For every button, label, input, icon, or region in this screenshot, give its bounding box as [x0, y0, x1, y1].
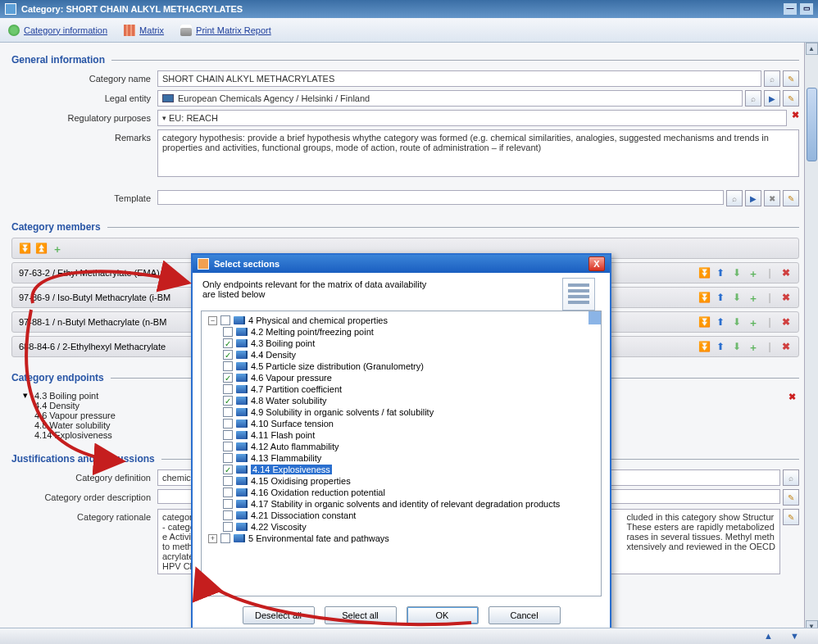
add-icon[interactable]: ＋ [748, 341, 759, 352]
category-name-edit-button[interactable] [783, 70, 799, 87]
expand-icon[interactable]: ⏬ [698, 292, 710, 303]
tree-item-checkbox[interactable] [223, 465, 233, 474]
template-input[interactable] [157, 190, 724, 205]
add-member-icon[interactable]: ＋ [52, 243, 63, 254]
endpoint-remove-icon[interactable]: ✖ [788, 392, 796, 402]
tree-item-checkbox[interactable] [223, 510, 233, 520]
chevron-down-icon[interactable]: ▾ [23, 390, 31, 401]
legal-entity-go-button[interactable] [764, 90, 780, 107]
expand-icon[interactable]: ⏬ [698, 316, 710, 328]
legal-entity-edit-button[interactable] [783, 90, 799, 107]
remarks-textarea[interactable]: category hypothesis: provide a brief hyp… [157, 129, 799, 177]
delete-icon[interactable]: ✖ [780, 316, 792, 328]
move-up-icon[interactable]: ⬆ [715, 341, 726, 352]
delete-icon[interactable]: ✖ [780, 267, 792, 279]
category-name-lookup-button[interactable] [764, 70, 780, 87]
cancel-button[interactable]: Cancel [489, 606, 561, 624]
move-up-icon[interactable]: ⬆ [715, 316, 726, 328]
dialog-titlebar[interactable]: Select sections X [193, 255, 610, 273]
tree-item-checkbox[interactable] [223, 384, 233, 394]
print-matrix-link[interactable]: Print Matrix Report [180, 25, 271, 36]
expand-icon[interactable]: ⏬ [698, 341, 710, 352]
add-icon[interactable]: ＋ [748, 267, 759, 279]
legal-entity-input[interactable]: European Chemicals Agency / Helsinki / F… [157, 90, 743, 107]
tree-item-checkbox[interactable] [223, 373, 233, 383]
move-up-icon[interactable]: ⬆ [715, 267, 726, 279]
maximize-button[interactable]: ▭ [800, 3, 813, 15]
collapse-all-icon[interactable]: ⏫ [35, 243, 47, 254]
tree-item-checkbox[interactable] [223, 396, 233, 406]
regulatory-remove-icon[interactable]: ✖ [792, 110, 799, 120]
category-definition-lookup-button[interactable] [783, 469, 799, 486]
sections-tree[interactable]: − 4 Physical and chemical properties 4.2… [201, 311, 602, 596]
tree-item-checkbox[interactable] [223, 419, 233, 429]
tree-item[interactable]: 4.11 Flash point [205, 429, 598, 441]
category-name-input[interactable]: SHORT CHAIN ALKYL METHACRYLATES [157, 70, 761, 87]
tree-item[interactable]: 4.2 Melting point/freezing point [205, 326, 598, 338]
legal-entity-lookup-button[interactable] [745, 90, 761, 107]
tree-item-checkbox[interactable] [223, 430, 233, 440]
tree-item-checkbox[interactable] [223, 522, 233, 532]
expand-icon[interactable]: + [208, 534, 217, 543]
minimize-button[interactable]: — [784, 3, 797, 15]
tree-item[interactable]: 4.22 Viscosity [205, 521, 598, 533]
deselect-all-button[interactable]: Deselect all [243, 606, 315, 624]
tree-item-checkbox[interactable] [223, 338, 233, 348]
tree-item[interactable]: 4.8 Water solubility [205, 395, 598, 406]
group-checkbox[interactable] [220, 533, 230, 543]
category-information-link[interactable]: Category information [8, 25, 107, 36]
category-rationale-edit-button[interactable] [783, 509, 799, 525]
tree-item[interactable]: 4.17 Stability in organic solvents and i… [205, 498, 598, 510]
scroll-thumb[interactable] [807, 88, 817, 161]
delete-icon[interactable]: ✖ [780, 341, 792, 352]
template-edit-button[interactable] [783, 190, 799, 206]
regulatory-dropdown[interactable]: EU: REACH [157, 110, 787, 126]
tree-group-physical-chemical[interactable]: − 4 Physical and chemical properties [205, 315, 598, 326]
template-go-button[interactable] [745, 190, 761, 206]
expand-all-icon[interactable]: ⏬ [19, 243, 30, 254]
move-down-icon[interactable]: ⬇ [731, 292, 743, 303]
scroll-up-icon[interactable]: ▲ [806, 43, 818, 55]
tree-item[interactable]: 4.4 Density [205, 349, 598, 361]
tree-item[interactable]: 4.12 Auto flammability [205, 441, 598, 452]
tree-item[interactable]: 4.10 Surface tension [205, 418, 598, 429]
tree-item[interactable]: 4.21 Dissociation constant [205, 510, 598, 521]
add-icon[interactable]: ＋ [748, 316, 759, 328]
add-icon[interactable]: ＋ [748, 292, 759, 303]
move-down-icon[interactable]: ⬇ [731, 316, 743, 328]
tree-item[interactable]: 4.14 Explosiveness [205, 464, 598, 475]
tree-item[interactable]: 4.9 Solubility in organic solvents / fat… [205, 406, 598, 418]
ok-button[interactable]: OK [407, 606, 479, 624]
tree-item[interactable]: 4.5 Particle size distribution (Granulom… [205, 361, 598, 372]
tree-item[interactable]: 4.13 Flammability [205, 452, 598, 464]
category-order-edit-button[interactable] [783, 489, 799, 506]
group-checkbox[interactable] [220, 315, 230, 325]
tree-item[interactable]: 4.3 Boiling point [205, 338, 598, 349]
matrix-link[interactable]: Matrix [124, 25, 164, 36]
tree-item[interactable]: 4.16 Oxidation reduction potential [205, 487, 598, 498]
tree-item[interactable]: 4.15 Oxidising properties [205, 475, 598, 487]
tree-item-checkbox[interactable] [223, 453, 233, 463]
dialog-close-button[interactable]: X [589, 256, 605, 271]
delete-icon[interactable]: ✖ [780, 292, 792, 303]
collapse-icon[interactable]: − [208, 316, 217, 325]
move-up-icon[interactable]: ⬆ [715, 292, 726, 303]
move-down-icon[interactable]: ⬇ [731, 267, 743, 279]
tree-group-environmental-fate[interactable]: + 5 Environmental fate and pathways [205, 533, 598, 544]
tree-item-checkbox[interactable] [223, 442, 233, 451]
footer-up-icon[interactable]: ▲ [764, 631, 775, 642]
vertical-scrollbar[interactable]: ▲ ▼ [804, 43, 818, 633]
template-lookup-button[interactable] [726, 190, 743, 206]
tree-item-checkbox[interactable] [223, 499, 233, 509]
tree-item-checkbox[interactable] [223, 476, 233, 486]
footer-down-icon[interactable]: ▼ [790, 631, 802, 642]
tree-item[interactable]: 4.7 Partition coefficient [205, 383, 598, 395]
tree-item-checkbox[interactable] [223, 350, 233, 360]
tree-item-checkbox[interactable] [223, 361, 233, 371]
tree-item[interactable]: 4.6 Vapour pressure [205, 372, 598, 383]
select-all-button[interactable]: Select all [325, 606, 397, 624]
expand-icon[interactable]: ⏬ [698, 267, 710, 279]
move-down-icon[interactable]: ⬇ [731, 341, 743, 352]
template-clear-button[interactable] [764, 190, 780, 206]
tree-item-checkbox[interactable] [223, 488, 233, 497]
